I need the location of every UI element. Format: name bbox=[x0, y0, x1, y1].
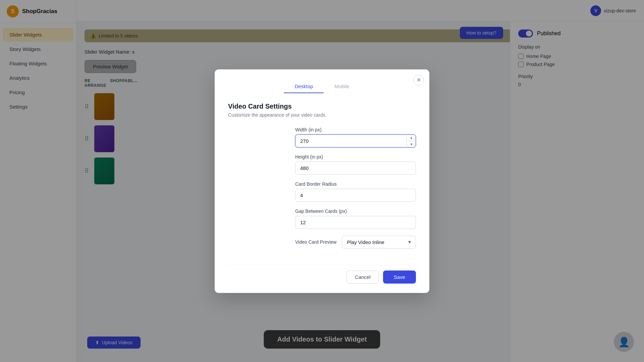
modal-description-area bbox=[228, 127, 282, 255]
modal-subtitle: Customize the appearance of your video c… bbox=[228, 112, 416, 118]
height-group: Height (in px) bbox=[295, 154, 416, 175]
modal-body: Width (in px) ▲ ▼ Height (in px) bbox=[228, 127, 416, 255]
cancel-button[interactable]: Cancel bbox=[346, 270, 379, 284]
preview-select[interactable]: Play Video Inline Play Video in Popup bbox=[342, 236, 416, 249]
tab-desktop[interactable]: Desktop bbox=[284, 80, 324, 93]
modal-overlay: ✕ Desktop Mobile Video Card Settings Cus… bbox=[0, 0, 644, 362]
close-icon: ✕ bbox=[417, 77, 421, 83]
modal: ✕ Desktop Mobile Video Card Settings Cus… bbox=[215, 69, 429, 293]
height-label: Height (in px) bbox=[295, 154, 416, 160]
preview-label: Video Card Preview bbox=[295, 239, 336, 245]
gap-label: Gap Between Cards (px) bbox=[295, 208, 416, 214]
width-input-wrapper: ▲ ▼ bbox=[295, 134, 416, 147]
border-radius-group: Card Border Radius bbox=[295, 181, 416, 202]
width-spinner: ▲ ▼ bbox=[407, 134, 416, 147]
height-input[interactable] bbox=[295, 162, 416, 175]
width-input[interactable] bbox=[295, 134, 416, 147]
gap-group: Gap Between Cards (px) bbox=[295, 208, 416, 229]
width-label: Width (in px) bbox=[295, 127, 416, 132]
preview-select-wrapper: Play Video Inline Play Video in Popup ▼ bbox=[342, 236, 416, 249]
modal-form: Width (in px) ▲ ▼ Height (in px) bbox=[295, 127, 416, 255]
gap-input[interactable] bbox=[295, 216, 416, 229]
modal-close-button[interactable]: ✕ bbox=[413, 75, 424, 85]
tab-mobile[interactable]: Mobile bbox=[324, 80, 360, 93]
preview-group: Video Card Preview Play Video Inline Pla… bbox=[295, 236, 416, 249]
border-radius-label: Card Border Radius bbox=[295, 181, 416, 187]
width-increment[interactable]: ▲ bbox=[407, 134, 416, 141]
width-decrement[interactable]: ▼ bbox=[407, 141, 416, 147]
save-button[interactable]: Save bbox=[383, 270, 416, 284]
modal-footer: Cancel Save bbox=[228, 265, 416, 284]
border-radius-input[interactable] bbox=[295, 189, 416, 202]
width-group: Width (in px) ▲ ▼ bbox=[295, 127, 416, 147]
modal-tabs: Desktop Mobile bbox=[228, 80, 416, 93]
modal-title: Video Card Settings bbox=[228, 103, 416, 110]
